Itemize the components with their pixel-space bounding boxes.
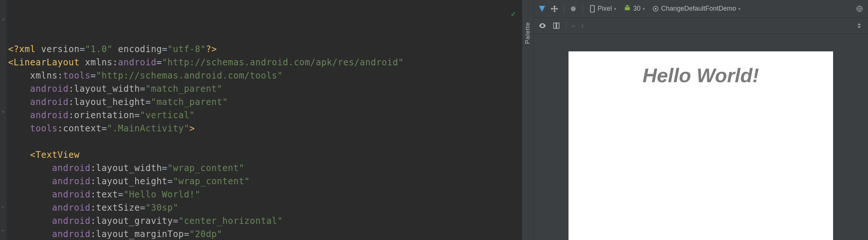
code-line[interactable]: android:layout_marginTop="20dp" <box>7 228 522 240</box>
design-canvas[interactable]: Hello World! <box>534 34 868 240</box>
palette-toolwindow-tab[interactable]: Palette <box>522 0 534 240</box>
config-label: ChangeDefaultFontDemo <box>661 5 736 12</box>
code-token: "1.0" <box>85 44 112 54</box>
code-token: encoding <box>118 44 162 54</box>
xml-editor[interactable]: ⊟ ⊟ ⊢ ⊢ ✓ <?xml version="1.0" encoding="… <box>0 0 522 240</box>
code-token: :orientation <box>68 110 134 120</box>
chevron-down-icon: ▾ <box>738 6 740 11</box>
fold-toggle-icon[interactable]: ⊟ <box>1 109 6 114</box>
code-line[interactable]: tools:context=".MainActivity"> <box>7 122 522 135</box>
code-token: :layout_height <box>68 97 145 107</box>
code-token: = <box>173 216 179 226</box>
code-token: android <box>30 84 69 94</box>
svg-point-3 <box>628 5 629 6</box>
toolbar-separator <box>582 4 583 14</box>
code-token: < <box>8 57 14 68</box>
code-token: = <box>162 44 168 54</box>
code-line[interactable]: android:layout_height="wrap_content" <box>7 175 522 188</box>
api-level-label: 30 <box>633 5 641 12</box>
code-token: android <box>52 189 91 200</box>
code-token: :layout_marginTop <box>90 229 184 239</box>
code-token <box>8 176 52 186</box>
pan-up-icon[interactable]: ↕ <box>581 22 585 29</box>
code-token: = <box>146 97 151 107</box>
code-token: xmlns: <box>85 57 118 68</box>
code-area[interactable]: ✓ <?xml version="1.0" encoding="utf-8"?>… <box>7 0 522 240</box>
code-token: android <box>118 57 157 68</box>
device-selector[interactable]: Pixel ▾ <box>587 4 618 14</box>
code-token: version <box>41 44 80 54</box>
code-token: :layout_width <box>90 163 162 173</box>
fold-end-icon: ⊢ <box>1 228 6 233</box>
code-token: = <box>184 229 189 239</box>
code-token <box>8 97 30 107</box>
code-token: = <box>101 123 107 134</box>
toolbar-separator <box>566 21 566 30</box>
code-token <box>8 137 14 147</box>
code-token: "vertical" <box>140 110 195 120</box>
device-label: Pixel <box>598 5 612 12</box>
code-token: = <box>79 44 85 54</box>
device-frame[interactable]: Hello World! <box>568 51 833 240</box>
code-token: "20dp" <box>189 229 222 239</box>
svg-rect-1 <box>591 5 595 12</box>
code-line[interactable]: android:layout_width="match_parent" <box>7 82 522 95</box>
code-token: :layout_gravity <box>90 216 173 226</box>
code-token: = <box>162 163 168 173</box>
code-token: "center_horizontal" <box>178 216 283 226</box>
code-line[interactable]: xmlns:tools="http://schemas.android.com/… <box>7 69 522 82</box>
svg-point-5 <box>655 8 657 10</box>
code-token: < <box>30 150 36 160</box>
fold-toggle-icon[interactable]: ⊟ <box>1 17 6 21</box>
pan-left-icon[interactable]: ↔ <box>571 22 575 29</box>
code-token: = <box>168 176 173 186</box>
view-settings-icon[interactable] <box>855 21 864 30</box>
theme-config-selector[interactable]: ChangeDefaultFontDemo ▾ <box>650 4 743 13</box>
code-token <box>36 44 41 54</box>
code-line[interactable]: android:layout_width="wrap_content" <box>7 161 522 175</box>
code-token: ".MainActivity" <box>107 123 189 134</box>
code-token: android <box>30 97 69 107</box>
layout-preview-panel: Palette Pixel ▾ 30 <box>522 0 868 240</box>
code-token: xml <box>19 44 36 54</box>
code-token: "http://schemas.android.com/tools" <box>96 70 283 81</box>
code-token: = <box>90 70 96 81</box>
code-line[interactable]: android:orientation="vertical" <box>7 109 522 122</box>
code-line[interactable]: <LinearLayout xmlns:android="http://sche… <box>7 56 522 69</box>
code-line[interactable]: <TextView <box>7 148 522 161</box>
code-line[interactable]: android:textSize="30sp" <box>7 201 522 214</box>
code-token: TextView <box>36 150 80 160</box>
code-line[interactable]: android:layout_gravity="center_horizonta… <box>7 214 522 228</box>
editor-gutter[interactable]: ⊟ ⊟ ⊢ ⊢ <box>0 0 7 240</box>
api-level-selector[interactable]: 30 ▾ <box>621 3 647 14</box>
code-token: "wrap_content" <box>168 163 244 173</box>
split-view-icon[interactable] <box>552 21 561 30</box>
code-line[interactable] <box>7 135 522 148</box>
code-token: :textSize <box>90 203 140 213</box>
code-token: "Hello World!" <box>123 189 200 200</box>
code-token: = <box>157 57 162 68</box>
orientation-icon[interactable] <box>550 4 559 14</box>
code-line[interactable]: <?xml version="1.0" encoding="utf-8"?> <box>7 43 522 56</box>
code-token: "match_parent" <box>146 84 222 94</box>
code-token: "http://schemas.android.com/apk/res/andr… <box>162 57 404 68</box>
chevron-down-icon: ▾ <box>643 6 645 11</box>
code-token: :context <box>58 123 102 134</box>
code-line[interactable]: android:text="Hello World!" <box>7 188 522 201</box>
analysis-ok-icon[interactable]: ✓ <box>511 7 516 21</box>
code-token <box>8 84 30 94</box>
toolbar-separator <box>564 4 564 14</box>
svg-point-2 <box>626 5 627 6</box>
code-token: android <box>52 216 91 226</box>
svg-point-0 <box>571 6 575 11</box>
surface-select-icon[interactable] <box>537 4 547 14</box>
textview-render[interactable]: Hello World! <box>568 51 833 87</box>
night-mode-icon[interactable] <box>568 4 578 14</box>
view-mode-icon[interactable] <box>538 21 547 30</box>
code-token <box>8 70 30 81</box>
fold-end-icon: ⊢ <box>1 205 6 209</box>
locale-icon[interactable] <box>855 4 864 14</box>
code-line[interactable]: android:layout_height="match_parent" <box>7 95 522 109</box>
code-token: android <box>52 203 91 213</box>
code-token <box>8 229 52 239</box>
